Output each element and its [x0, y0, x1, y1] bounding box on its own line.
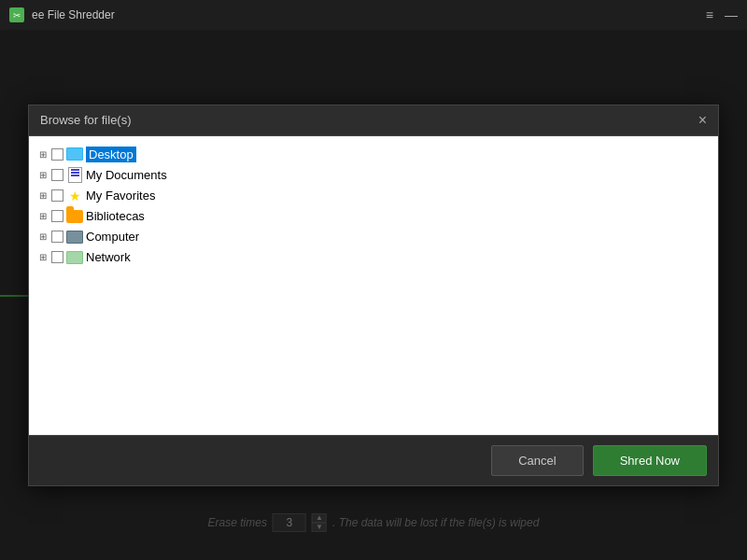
title-bar: ✂ ee File Shredder ≡ —	[0, 0, 747, 30]
dialog-title: Browse for file(s)	[40, 113, 132, 127]
shred-now-button[interactable]: Shred Now	[593, 445, 707, 476]
minimize-button[interactable]: —	[725, 8, 738, 21]
my-favorites-label: My Favorites	[86, 189, 155, 203]
dialog-footer: Cancel Shred Now	[29, 435, 718, 485]
expand-my-documents[interactable]: ⊞	[36, 169, 49, 182]
favorites-icon: ★	[65, 189, 84, 203]
desktop-label: Desktop	[86, 147, 136, 162]
dialog-title-bar: Browse for file(s) ×	[29, 105, 718, 136]
checkbox-computer[interactable]	[51, 231, 63, 243]
dialog-close-button[interactable]: ×	[698, 113, 707, 128]
network-icon	[65, 250, 84, 265]
docs-icon	[65, 168, 84, 183]
menu-button[interactable]: ≡	[706, 8, 713, 21]
folder-icon	[65, 209, 84, 224]
file-tree: ⊞ Desktop ⊞ My Documents	[29, 136, 718, 435]
checkbox-my-documents[interactable]	[51, 169, 63, 181]
tree-item-bibliotecas[interactable]: ⊞ Bibliotecas	[33, 206, 714, 227]
checkbox-desktop[interactable]	[51, 148, 63, 161]
computer-label: Computer	[86, 230, 139, 244]
app-title: ee File Shredder	[32, 8, 115, 21]
cancel-button[interactable]: Cancel	[491, 445, 583, 476]
tree-item-computer[interactable]: ⊞ Computer	[33, 227, 714, 247]
dialog-overlay: Browse for file(s) × ⊞ Desktop ⊞	[0, 30, 747, 560]
tree-item-network[interactable]: ⊞ Network	[33, 247, 714, 268]
browse-dialog: Browse for file(s) × ⊞ Desktop ⊞	[28, 105, 719, 486]
network-label: Network	[86, 250, 131, 264]
expand-computer[interactable]: ⊞	[36, 231, 49, 244]
checkbox-my-favorites[interactable]	[51, 189, 63, 202]
expand-my-favorites[interactable]: ⊞	[36, 189, 49, 203]
app-icon: ✂	[9, 7, 24, 22]
tree-item-my-favorites[interactable]: ⊞ ★ My Favorites	[33, 186, 714, 206]
desktop-icon	[65, 147, 84, 161]
main-area: Erase times ▲ ▼ . The data will be lost …	[0, 30, 747, 560]
title-bar-controls[interactable]: ≡ —	[706, 8, 738, 21]
tree-item-my-documents[interactable]: ⊞ My Documents	[33, 165, 714, 186]
checkbox-network[interactable]	[51, 251, 63, 263]
checkbox-bibliotecas[interactable]	[51, 210, 63, 222]
expand-bibliotecas[interactable]: ⊞	[36, 210, 49, 223]
computer-icon	[65, 230, 84, 245]
my-documents-label: My Documents	[86, 168, 167, 182]
title-bar-left: ✂ ee File Shredder	[9, 7, 115, 22]
expand-network[interactable]: ⊞	[36, 251, 49, 264]
expand-desktop[interactable]: ⊞	[36, 147, 49, 161]
bibliotecas-label: Bibliotecas	[86, 209, 145, 223]
tree-item-desktop[interactable]: ⊞ Desktop	[33, 144, 714, 165]
